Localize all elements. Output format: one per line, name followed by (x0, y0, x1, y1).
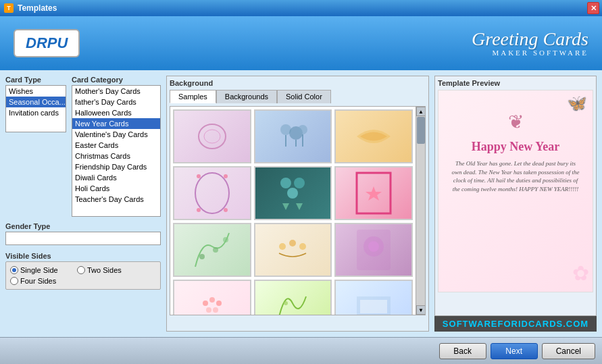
card-type-wishes[interactable]: Wishes (6, 86, 66, 97)
svg-point-1 (204, 130, 220, 143)
cat-friendship[interactable]: Friendship Day Cards (72, 161, 160, 172)
gender-type-list[interactable] (5, 232, 161, 245)
title-bar: T Templates ✕ (0, 0, 602, 16)
thumbnail-6[interactable] (334, 166, 413, 220)
card-type-list[interactable]: Wishes Seasonal Occa... Invitation cards (5, 85, 66, 132)
scroll-thumb[interactable] (417, 117, 425, 144)
svg-point-21 (289, 240, 296, 246)
preview-swirl-bottom: ✿ (572, 261, 589, 285)
card-category-section: Card Category Mother's Day Cards father'… (72, 76, 161, 217)
svg-point-29 (206, 307, 211, 313)
svg-point-30 (213, 307, 218, 313)
cat-fathers[interactable]: father's Day Cards (72, 97, 160, 107)
cancel-button[interactable]: Cancel (542, 343, 595, 359)
tab-backgrounds[interactable]: Backgrounds (216, 90, 277, 103)
card-type-label: Card Type (5, 76, 66, 84)
cat-diwali[interactable]: Diwali Cards (72, 172, 160, 183)
gender-type-section: Gender Type (5, 222, 161, 245)
radio-two-sides[interactable]: Two Sides (77, 266, 141, 274)
tabs: Samples Backgrounds Solid Color (170, 90, 426, 103)
app-title-sub: MAKER SOFTWARE (472, 49, 588, 57)
visible-sides-section: Visible Sides Single Side Two Sides Four… (5, 252, 161, 290)
tab-samples[interactable]: Samples (170, 90, 216, 103)
svg-point-4 (298, 125, 307, 134)
thumb-5-art (272, 170, 313, 217)
next-button[interactable]: Next (491, 343, 538, 359)
thumb-1-art (192, 120, 232, 153)
scroll-down[interactable]: ▼ (416, 305, 426, 315)
main-content: Card Type Wishes Seasonal Occa... Invita… (0, 70, 602, 337)
preview-body: The Old Year has gone. Let the dead past… (445, 159, 586, 193)
preview-section: Template Preview 🦋 ❦ Happy New Year The … (434, 76, 597, 316)
cat-valentines[interactable]: Valentine's Day Cards (72, 129, 160, 140)
tab-solid-color[interactable]: Solid Color (277, 90, 331, 103)
thumbnail-1[interactable] (173, 109, 251, 163)
cat-holi[interactable]: Holi Cards (72, 183, 160, 194)
thumbnail-10[interactable] (173, 280, 251, 315)
thumbnail-3[interactable] (334, 109, 413, 163)
thumbnail-9[interactable] (334, 223, 413, 277)
thumb-2-art (272, 120, 313, 153)
background-section: Background Samples Backgrounds Solid Col… (166, 76, 429, 332)
thumbnail-11[interactable] (254, 280, 332, 315)
left-panel: Card Type Wishes Seasonal Occa... Invita… (5, 76, 161, 332)
middle-panel: Background Samples Backgrounds Solid Col… (166, 76, 429, 332)
drpu-logo: DRPU (14, 29, 80, 57)
thumb-8-art (272, 226, 313, 274)
svg-point-0 (199, 124, 226, 149)
card-category-list[interactable]: Mother's Day Cards father's Day Cards Ha… (72, 85, 161, 217)
svg-point-28 (216, 301, 222, 306)
title-icon: T (4, 3, 14, 13)
card-type-seasonal[interactable]: Seasonal Occa... (6, 97, 66, 107)
preview-inner: 🦋 ❦ Happy New Year The Old Year has gone… (438, 90, 593, 292)
svg-point-8 (195, 173, 229, 213)
thumbnail-7[interactable] (173, 223, 251, 277)
svg-point-9 (197, 174, 201, 178)
cat-teachers[interactable]: Teacher's Day Cards (72, 194, 160, 205)
thumb-9-art (353, 226, 394, 274)
scroll-up[interactable]: ▲ (416, 107, 426, 116)
thumbnail-2[interactable] (254, 109, 332, 163)
radio-four-dot (10, 277, 18, 285)
radio-two-dot (77, 266, 85, 274)
thumb-12-art (353, 283, 394, 315)
svg-rect-33 (360, 300, 387, 313)
svg-point-11 (197, 208, 201, 212)
thumbnail-grid (170, 107, 416, 315)
thumbnail-12[interactable] (334, 280, 413, 315)
thumbnail-8[interactable] (254, 223, 332, 277)
svg-point-20 (279, 243, 286, 250)
radio-four-sides[interactable]: Four Sides (10, 277, 74, 285)
thumb-10-art (192, 283, 232, 315)
thumbnail-5[interactable] (254, 166, 332, 220)
cat-newyear[interactable]: New Year Cards (72, 118, 160, 129)
radio-single-side[interactable]: Single Side (10, 266, 74, 274)
svg-point-26 (203, 301, 208, 306)
thumbnail-4[interactable] (173, 166, 251, 220)
svg-point-22 (299, 243, 306, 250)
svg-point-31 (284, 301, 288, 305)
header: DRPU Greeting Cards MAKER SOFTWARE (0, 16, 602, 70)
card-type-invitation[interactable]: Invitation cards (6, 107, 66, 118)
cat-halloween[interactable]: Halloween Cards (72, 107, 160, 118)
cat-christmas[interactable]: Christmas Cards (72, 151, 160, 161)
thumbnail-container: ▲ ▼ (170, 106, 426, 315)
cat-easter[interactable]: Easter Cards (72, 140, 160, 151)
app-title-main: Greeting Cards (472, 30, 588, 49)
svg-point-17 (199, 254, 205, 259)
radio-two-label: Two Sides (87, 266, 122, 274)
preview-title: Template Preview (438, 79, 593, 87)
close-button[interactable]: ✕ (587, 2, 599, 14)
card-category-label: Card Category (72, 76, 161, 84)
preview-card: 🦋 ❦ Happy New Year The Old Year has gone… (438, 90, 593, 292)
app-title: Greeting Cards MAKER SOFTWARE (472, 30, 588, 57)
preview-butterfly-top: 🦋 (567, 94, 587, 113)
thumb-7-art (192, 226, 232, 274)
scroll-track[interactable]: ▲ ▼ (416, 107, 425, 315)
back-button[interactable]: Back (439, 343, 486, 359)
cat-mothers[interactable]: Mother's Day Cards (72, 86, 160, 97)
bottom-bar: Back Next Cancel (0, 337, 602, 364)
card-type-section: Card Type Wishes Seasonal Occa... Invita… (5, 76, 66, 217)
svg-point-10 (224, 174, 228, 178)
radio-single-dot (10, 266, 18, 274)
